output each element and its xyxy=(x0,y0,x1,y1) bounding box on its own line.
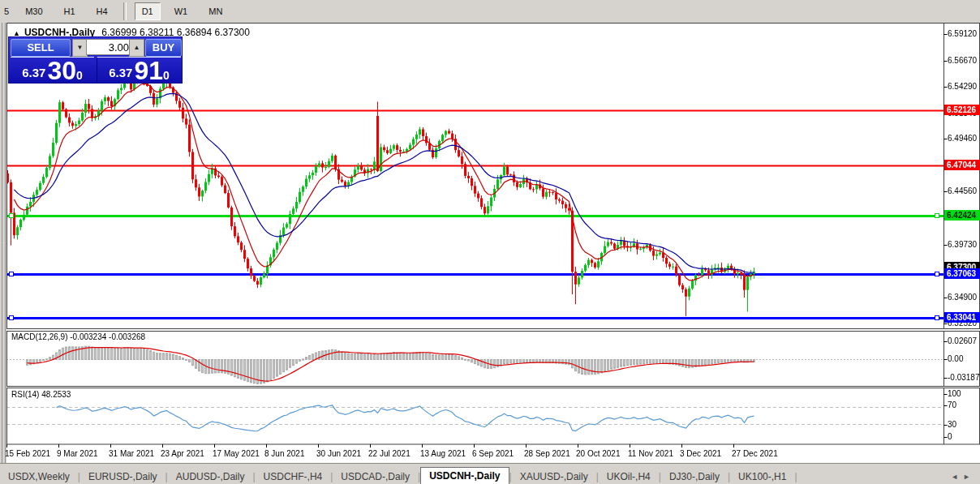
rsi-axis-tick: 0 xyxy=(948,432,952,441)
price-level-label[interactable]: 6.37063 xyxy=(944,268,980,279)
date-axis-label: 3 Dec 2021 xyxy=(680,449,721,458)
date-axis-label: 30 Jun 2021 xyxy=(316,449,361,458)
date-axis-label: 23 Apr 2021 xyxy=(161,449,204,458)
rsi-indicator-label: RSI(14) 48.2533 xyxy=(11,390,71,399)
price-axis-tick: 6.34900 xyxy=(948,293,977,302)
price-axis-tick: 6.54290 xyxy=(948,82,977,91)
macd-axis-tick: -0.03187 xyxy=(948,373,979,382)
volume-input[interactable] xyxy=(86,39,132,55)
date-axis-label: 22 Jul 2021 xyxy=(368,449,410,458)
chart-tab-usdcad[interactable]: USDCAD-,Daily xyxy=(333,469,418,484)
chart-tab-ukoil[interactable]: UKOil-,H4 xyxy=(599,469,659,484)
tab-scroll-left-icon[interactable]: ◄ xyxy=(951,473,963,481)
sell-price-sup: 0 xyxy=(76,69,83,82)
price-level-label[interactable]: 6.52126 xyxy=(944,105,980,115)
price-axis-tick: 6.49460 xyxy=(948,134,977,143)
tab-scroll-right-icon[interactable]: ► xyxy=(963,473,975,481)
price-level-label[interactable]: 6.33041 xyxy=(944,312,980,323)
date-axis-label: 13 Aug 2021 xyxy=(420,449,466,458)
macd-axis-tick: 0.00 xyxy=(948,354,963,363)
buy-price-small: 6.37 xyxy=(109,66,132,79)
price-level-label[interactable]: 6.42424 xyxy=(944,210,980,221)
chart-tab-bar: USDX,Weekly|EURUSD-,Daily|AUDUSD-,Daily|… xyxy=(0,463,980,484)
rsi-axis-tick: 70 xyxy=(948,400,956,409)
date-axis-label: 20 Oct 2021 xyxy=(576,449,620,458)
chart-tab-usdchf[interactable]: USDCHF-,H4 xyxy=(256,469,331,484)
date-axis-label: 8 Jun 2021 xyxy=(264,449,305,458)
chart-tab-dj30[interactable]: DJ30-,Daily xyxy=(661,469,728,484)
buy-price-display[interactable]: 6.37910 xyxy=(97,57,181,82)
rsi-axis-tick: 30 xyxy=(948,420,956,429)
date-axis-label: 31 Mar 2021 xyxy=(109,449,154,458)
price-axis-tick: 6.56670 xyxy=(948,56,977,65)
application-window: 5M30H1H4D1W1MN ▲USDCNH-,Daily6.36999 6.3… xyxy=(0,0,980,484)
date-axis-label: 9 Mar 2021 xyxy=(57,449,98,458)
date-axis-label: 6 Sep 2021 xyxy=(472,449,514,458)
tab-separator: | xyxy=(794,469,797,484)
tab-scroll-arrows: ◄► xyxy=(951,469,975,484)
date-axis-label: 17 May 2021 xyxy=(213,449,260,458)
sell-price-display[interactable]: 6.37300 xyxy=(11,57,94,82)
chart-tab-usdcnh[interactable]: USDCNH-,Daily xyxy=(420,467,509,484)
price-axis-tick: 6.39730 xyxy=(948,240,977,249)
sell-button[interactable]: SELL xyxy=(11,39,71,57)
volume-increase-icon[interactable]: ▲ xyxy=(129,39,144,57)
buy-button[interactable]: BUY xyxy=(145,39,182,57)
rsi-axis-tick: 100 xyxy=(948,389,961,398)
sell-price-small: 6.37 xyxy=(22,66,45,79)
date-axis-label: 15 Feb 2021 xyxy=(5,449,50,458)
one-click-trade-panel: SELL ▼ ▲ BUY 6.37300 6.37910 xyxy=(8,36,183,84)
date-axis-label: 28 Sep 2021 xyxy=(524,449,570,458)
price-level-label[interactable]: 6.47044 xyxy=(944,160,980,170)
date-axis-label: 11 Nov 2021 xyxy=(628,449,673,458)
date-axis-label: 27 Dec 2021 xyxy=(732,449,778,458)
buy-price-big: 91 xyxy=(134,59,163,82)
trade-panel-controls: SELL ▼ ▲ BUY xyxy=(9,39,182,56)
buy-price-sup: 0 xyxy=(163,69,170,82)
macd-axis-tick: 0.02607 xyxy=(948,336,977,345)
chart-tab-uk100[interactable]: UK100-,H1 xyxy=(730,469,794,484)
price-axis-tick: 6.59120 xyxy=(948,29,977,38)
sell-price-big: 30 xyxy=(47,59,76,82)
chart-tab-usdx[interactable]: USDX,Weekly xyxy=(0,469,78,484)
chart-tab-xauusd[interactable]: XAUUSD-,Daily xyxy=(512,469,596,484)
macd-indicator-label: MACD(12,26,9) -0.003234 -0.003268 xyxy=(11,332,145,341)
chart-tab-audusd[interactable]: AUDUSD-,Daily xyxy=(168,469,253,484)
chart-tab-eurusd[interactable]: EURUSD-,Daily xyxy=(80,469,165,484)
price-axis-tick: 6.44560 xyxy=(948,186,977,195)
